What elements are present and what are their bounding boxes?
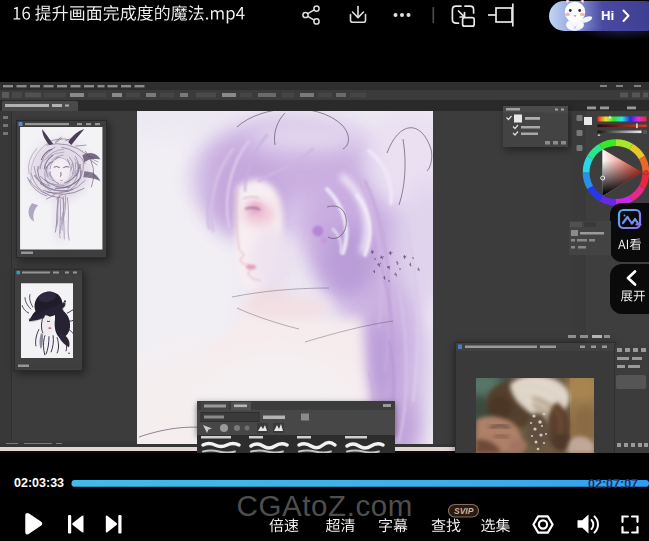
svg-text:Hi: Hi (601, 8, 614, 23)
svg-text:SVIP: SVIP (454, 506, 474, 516)
svg-text:02:07:07: 02:07:07 (588, 477, 638, 491)
